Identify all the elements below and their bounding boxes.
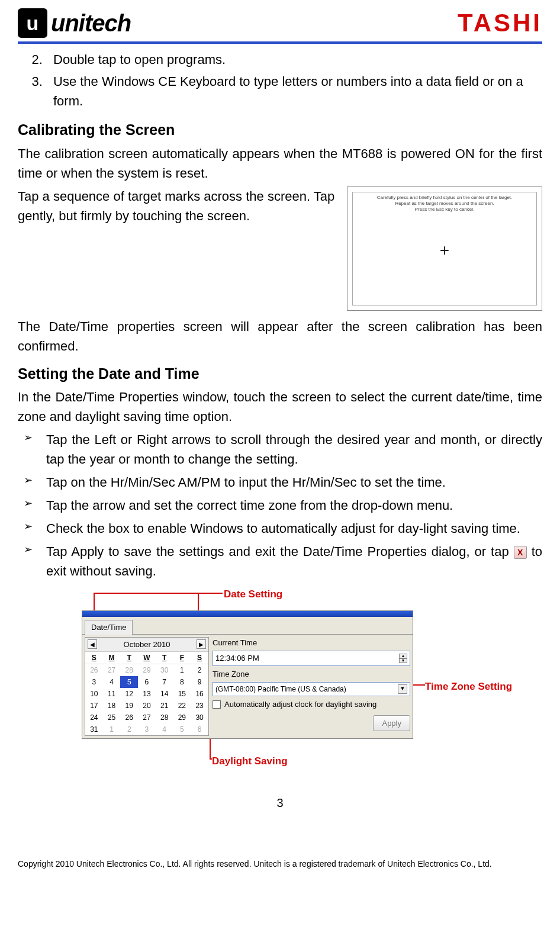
calendar-day[interactable]: 6 [138,676,156,688]
calendar-day[interactable]: 8 [173,676,191,688]
calendar-day[interactable]: 2 [191,664,208,677]
calendar-day[interactable]: 18 [103,700,121,712]
annotation-tz: Time Zone Setting [425,679,512,694]
calendar-day[interactable]: 20 [138,700,156,712]
copyright-footer: Copyright 2010 Unitech Electronics Co., … [18,859,542,874]
time-zone-select[interactable]: (GMT-08:00) Pacific Time (US & Canada) ▼ [213,682,410,696]
calendar-day[interactable]: 30 [156,664,173,677]
calendar-dow: T [156,652,173,664]
dropdown-icon[interactable]: ▼ [398,684,407,694]
page-number: 3 [18,794,542,812]
calendar-day[interactable]: 26 [85,664,103,677]
bullet-1: Tap the Left or Right arrows to scroll t… [18,430,542,469]
calendar-day[interactable]: 6 [191,723,208,735]
calendar-day[interactable]: 25 [103,712,121,723]
calendar-day[interactable]: 27 [103,664,121,677]
calendar-day[interactable]: 21 [156,700,173,712]
apply-button[interactable]: Apply [373,715,410,732]
unitech-logo: u unitech [18,8,131,38]
next-month-button[interactable]: ▶ [197,639,206,649]
calendar-day[interactable]: 9 [191,676,208,688]
calendar: ◀ October 2010 ▶ SMTWTFS 262728293012345… [85,637,209,736]
calendar-dow: T [120,652,138,664]
tab-datetime[interactable]: Date/Time [85,620,133,635]
calendar-day[interactable]: 28 [156,712,173,723]
calendar-day[interactable]: 29 [138,664,156,677]
bullet-3: Tap the arrow and set the correct time z… [18,496,542,515]
calendar-day[interactable]: 22 [173,700,191,712]
calib-text-1: Carefully press and briefly hold stylus … [377,195,513,201]
calendar-day[interactable]: 14 [156,688,173,700]
prev-month-button[interactable]: ◀ [88,639,97,649]
numbered-steps: Double tap to open programs. Use the Win… [18,50,542,111]
heading-datetime: Setting the Date and Time [18,363,542,385]
calendar-dow: W [138,652,156,664]
calendar-month-label[interactable]: October 2010 [124,639,170,651]
bullet-5: Tap Apply to save the settings and exit … [18,542,542,581]
calendar-dow: S [85,652,103,664]
current-time-label: Current Time [213,637,410,649]
calendar-day[interactable]: 3 [85,676,103,688]
calendar-day[interactable]: 4 [156,723,173,735]
calendar-day[interactable]: 5 [173,723,191,735]
calendar-day[interactable]: 7 [156,676,173,688]
calendar-day[interactable]: 28 [120,664,138,677]
calendar-day[interactable]: 1 [103,723,121,735]
step-3: Use the Windows CE Keyboard to type lett… [46,72,542,111]
calendar-day[interactable]: 3 [138,723,156,735]
calendar-day[interactable]: 4 [103,676,121,688]
calendar-dow: F [173,652,191,664]
calendar-day[interactable]: 29 [173,712,191,723]
time-zone-value: (GMT-08:00) Pacific Time (US & Canada) [215,684,346,694]
calendar-day[interactable]: 26 [120,712,138,723]
unitech-logo-text: unitech [51,10,131,37]
calendar-day[interactable]: 5 [120,676,138,688]
calendar-dow: M [103,652,121,664]
calib-intro: The calibration screen automatically app… [18,144,542,183]
calib-instruction: Tap a sequence of target marks across th… [18,186,335,226]
calendar-day[interactable]: 10 [85,688,103,700]
heading-calibrating: Calibrating the Screen [18,119,542,141]
calendar-dow: S [191,652,208,664]
calendar-day[interactable]: 16 [191,688,208,700]
datetime-dialog: Date/Time ◀ October 2010 ▶ SMTWTFS 26272… [82,610,413,739]
time-value: 12:34:06 PM [215,652,259,664]
datetime-intro: In the Date/Time Properties window, touc… [18,387,542,426]
close-icon[interactable]: X [514,546,527,559]
calendar-day[interactable]: 30 [191,712,208,723]
calendar-day[interactable]: 23 [191,700,208,712]
calendar-day[interactable]: 11 [103,688,121,700]
step-2: Double tap to open programs. [46,50,542,69]
calendar-day[interactable]: 17 [85,700,103,712]
dst-checkbox[interactable] [213,700,221,709]
time-spinner[interactable]: ▲▼ [399,654,407,663]
annotation-date: Date Setting [224,587,282,602]
cross-target-icon: + [440,238,449,263]
calendar-day[interactable]: 31 [85,723,103,735]
calendar-day[interactable]: 13 [138,688,156,700]
unitech-logo-icon: u [18,8,47,38]
datetime-figure: Date Setting Time Setting Time Zone Sett… [22,587,538,776]
time-input[interactable]: 12:34:06 PM ▲▼ [213,651,410,666]
calendar-day[interactable]: 24 [85,712,103,723]
calibration-screenshot: Carefully press and briefly hold stylus … [347,186,542,311]
calendar-day[interactable]: 15 [173,688,191,700]
annotation-dst: Daylight Saving [212,754,288,769]
page-header: u unitech TASHI [18,8,542,44]
bullet-5-pre: Tap Apply to save the settings and exit … [46,544,514,559]
bullet-2: Tap on the Hr/Min/Sec AM/PM to input the… [18,472,542,492]
bullet-4: Check the box to enable Windows to autom… [18,519,542,538]
dialog-titlebar [82,611,413,617]
time-zone-label: Time Zone [213,668,410,680]
calendar-day[interactable]: 27 [138,712,156,723]
tashi-logo: TASHI [458,9,542,37]
dst-label: Automatically adjust clock for daylight … [224,699,376,710]
calendar-day[interactable]: 2 [120,723,138,735]
calendar-day[interactable]: 19 [120,700,138,712]
calendar-day[interactable]: 1 [173,664,191,677]
calib-after: The Date/Time properties screen will app… [18,317,542,356]
calib-text-2: Repeat as the target moves around the sc… [395,201,494,207]
datetime-bullets: Tap the Left or Right arrows to scroll t… [18,430,542,581]
calendar-day[interactable]: 12 [120,688,138,700]
calib-text-3: Press the Esc key to cancel. [415,207,475,213]
